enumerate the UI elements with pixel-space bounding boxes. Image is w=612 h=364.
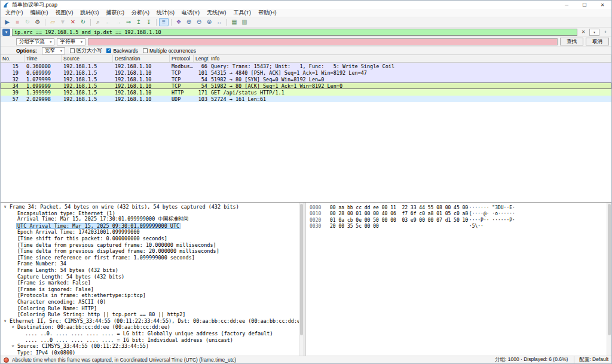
maximize-button[interactable]: ☐ [576,1,593,9]
packet-row[interactable]: 572.029998192.168.1.5192.168.1.10UDP1035… [1,96,611,102]
filter-history-dropdown[interactable]: ▾ [589,29,599,36]
capture-filters-icon[interactable]: ▦ [230,18,239,26]
menu-item[interactable]: 编辑(E) [27,9,52,17]
detail-line[interactable]: Epoch Arrival Time: 1742031001.099999000 [1,229,299,235]
menu-item[interactable]: 捕获(C) [103,9,128,17]
detail-line[interactable]: [Time shift for this packet: 0.000000000… [1,235,299,242]
detail-line[interactable]: ∨Frame 34: Packet, 54 bytes on wire (432… [1,204,299,210]
go-to-packet-icon[interactable]: ⇒ [124,18,133,26]
menu-item[interactable]: 统计(S) [153,9,178,17]
detail-line[interactable]: [Time delta from previous displayed fram… [1,248,299,255]
minimize-button[interactable]: ─ [558,1,576,9]
collapse-icon[interactable]: ∨ [10,325,16,329]
search-input[interactable] [88,38,558,45]
open-file-icon[interactable]: ▱ [48,18,57,26]
detail-line[interactable]: .... ...0 .... .... .... .... = IG bit: … [1,337,299,343]
close-button[interactable]: ✕ [593,1,611,9]
detail-line[interactable]: [Time delta from previous captured frame… [1,241,299,248]
packet-row[interactable]: 391.399999192.168.1.5192.168.1.10HTTP171… [1,89,611,96]
scrollbar-thumb[interactable] [608,204,611,335]
menu-item[interactable]: 跳转(G) [77,9,103,17]
cancel-button[interactable]: 取消 [586,38,609,45]
capture-start-icon[interactable]: ▶ [2,18,12,26]
detail-line[interactable]: [Coloring Rule String: http || tcp.port … [1,311,299,318]
search-scope-select[interactable]: 分组字节流 ▼ [16,38,54,45]
menu-item[interactable]: 视图(V) [52,9,77,17]
cell-time: 0.360000 [25,63,62,69]
collapse-icon[interactable]: ∨ [2,204,8,209]
detail-line[interactable]: [Protocols in frame: eth:ethertype:ip:tc… [1,292,299,299]
multiple-occurrences-checkbox[interactable]: Multiple occurrences [143,48,196,54]
detail-line[interactable]: Frame Length: 54 bytes (432 bits) [1,267,299,274]
display-filter-input[interactable]: ip.src == 192.168.1.5 and ip.dst == 192.… [12,29,577,36]
find-packet-icon[interactable]: ⌕ [93,18,103,26]
hex-line[interactable]: 003020 00 35 5c 00 00 ·5\·· [310,224,607,230]
go-first-icon[interactable]: ↥ [134,18,143,26]
expand-icon[interactable]: > [10,344,16,348]
capture-options-icon[interactable]: ⚙ [33,18,42,26]
colorize-icon[interactable]: ❖ [174,18,183,26]
hex-line[interactable]: 002001 0a cb 0e 00 50 00 00 03 e9 00 00 … [310,217,607,224]
expert-info-icon[interactable] [4,357,9,363]
hex-line[interactable]: 001000 28 00 01 00 00 40 06 f7 6f c0 a8 … [310,210,607,217]
detail-line[interactable]: Frame Number: 34 [1,261,299,267]
detail-line[interactable]: [Time since reference or first frame: 1.… [1,255,299,261]
menu-item[interactable]: 分析(A) [128,9,153,17]
detail-line[interactable]: Encapsulation type: Ethernet (1) [1,210,299,216]
menu-item[interactable]: 无线(W) [203,9,230,17]
packet-row[interactable]: 150.360000192.168.1.5192.168.1.10Modbus…… [1,63,611,69]
detail-line[interactable]: UTC Arrival Time: Mar 15, 2025 09:30:01.… [1,223,299,230]
column-header-no[interactable]: No. [1,55,25,62]
detail-line[interactable]: >Source: CIMSYS_33:44:55 (00:11:22:33:44… [1,343,299,350]
zoom-100-icon[interactable]: ⊜ [204,18,214,26]
detail-line[interactable]: Arrival Time: Mar 15, 2025 17:30:01.0999… [1,216,299,223]
detail-line[interactable]: [Frame is marked: False] [1,280,299,286]
go-last-icon[interactable]: ↧ [144,18,154,26]
column-header-time[interactable]: Time [25,55,62,62]
hex-scrollbar[interactable] [607,203,611,356]
detail-line[interactable]: [Frame is ignored: False] [1,286,299,292]
detail-line[interactable]: .... ..0. .... .... .... .... = LG bit: … [1,331,299,337]
menu-item[interactable]: 工具(T) [230,9,255,17]
column-header-protocol[interactable]: Protocol [170,55,194,62]
case-sensitive-checkbox[interactable]: 区分大小写 [70,47,102,54]
charset-select[interactable]: 宽窄 ▼ [42,47,65,54]
filter-clear-icon[interactable]: ✕ [579,29,587,36]
reload-file-icon[interactable]: ↻ [78,18,88,26]
zoom-in-icon[interactable]: ⊕ [184,18,194,26]
zoom-out-icon[interactable]: ⊖ [194,18,204,26]
detail-line[interactable]: Character encoding: ASCII (0) [1,299,299,305]
column-header-info[interactable]: Info [209,55,611,62]
detail-line[interactable]: [Coloring Rule Name: HTTP] [1,305,299,311]
search-type-select[interactable]: 字符串 ▼ [57,38,85,45]
detail-line[interactable]: Type: IPv4 (0x0800) [1,349,299,356]
menu-item[interactable]: 帮助(H) [255,9,280,17]
packet-row[interactable]: 190.609999192.168.1.5192.168.1.10TCP1015… [1,69,611,76]
scrollbar-thumb[interactable] [300,204,303,335]
collapse-icon[interactable]: ∨ [2,319,8,323]
detail-line[interactable]: Capture Length: 54 bytes (432 bits) [1,273,299,280]
backwards-checkbox[interactable]: Backwards [106,48,138,54]
detail-scrollbar[interactable] [299,203,304,356]
column-header-source[interactable]: Source [62,55,113,62]
menu-item[interactable]: 文件(F) [2,9,27,17]
menu-item[interactable]: 电话(Y) [178,9,203,17]
profile-selector[interactable]: 配置: Default [574,356,608,363]
column-header-lengt[interactable]: Lengt [194,55,209,62]
packet-row[interactable]: 341.099999192.168.1.5192.168.1.10TCP5451… [1,82,611,89]
detail-line[interactable]: ∨Ethernet II, Src: CIMSYS_33:44:55 (00:1… [1,317,299,324]
display-filters-icon[interactable]: ▥ [240,18,249,26]
filter-add-icon[interactable]: + [601,29,610,36]
packet-row[interactable]: 321.079999192.168.1.5192.168.1.10TCP5451… [1,76,611,82]
go-forward-icon: → [114,18,123,26]
resize-columns-icon[interactable]: ↔ [215,18,224,26]
find-button[interactable]: 查找 [560,38,583,45]
detail-line[interactable]: ∨Destination: 00:aa:bb:cc:dd:ee (00:aa:b… [1,324,299,331]
filter-bookmark-icon[interactable]: ▾ [2,29,10,36]
cell-time: 1.079999 [25,77,62,82]
detail-field-text: Arrival Time: Mar 15, 2025 17:30:01.0999… [16,216,189,223]
close-file-icon[interactable]: ✕ [68,18,78,26]
autoscroll-icon[interactable]: ≡ [159,18,169,26]
hex-line[interactable]: 000000 aa bb cc dd ee 00 11 22 33 44 55 … [310,204,607,211]
column-header-destination[interactable]: Destination [113,55,170,62]
